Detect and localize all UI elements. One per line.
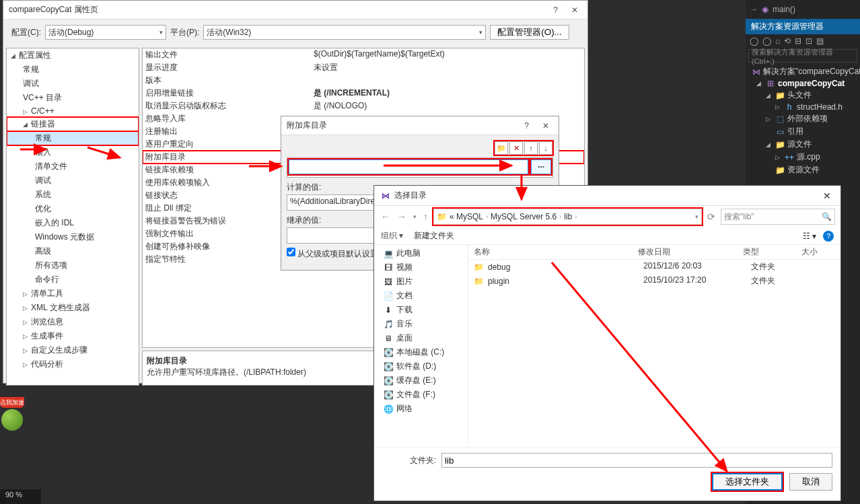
file-list[interactable]: 名称 修改日期 类型 大小 📁debug2015/12/6 20:03文件夹📁p… xyxy=(468,245,840,447)
nav-recent-icon[interactable]: ▾ xyxy=(412,213,418,220)
tree-linker[interactable]: ◢链接器 xyxy=(7,117,139,131)
delete-icon[interactable]: ✕ xyxy=(509,141,523,155)
refresh-icon[interactable]: ⟲ xyxy=(784,36,791,46)
tree-linker-optim[interactable]: 优化 xyxy=(7,202,139,216)
col-type[interactable]: 类型 xyxy=(743,246,801,258)
config-label: 配置(C): xyxy=(11,27,41,38)
collapse-icon[interactable]: ⊟ xyxy=(795,36,801,46)
col-name[interactable]: 名称 xyxy=(468,246,638,258)
nav-up-icon[interactable]: ↑ xyxy=(422,211,429,222)
file-row[interactable]: 📁plugin2015/10/23 17:20文件夹 xyxy=(468,274,840,288)
help-icon[interactable]: ? xyxy=(549,4,562,16)
select-folder-dialog: ⋈ 选择目录 ✕ ← → ▾ ↑ 📁 « MySQL› MySQL Server… xyxy=(373,185,841,501)
close-icon[interactable]: ✕ xyxy=(538,120,553,132)
breadcrumb[interactable]: 📁 « MySQL› MySQL Server 5.6› lib› ▾ xyxy=(433,209,702,225)
tree-root[interactable]: ◢配置属性 xyxy=(7,48,139,63)
solution-search[interactable]: 搜索解决方案资源管理器(Ctrl+;) xyxy=(748,49,857,63)
h-file-icon: h xyxy=(785,102,794,112)
tree-xml[interactable]: ▷XML 文档生成器 xyxy=(7,301,139,315)
tree-debug[interactable]: 调试 xyxy=(7,77,139,91)
tree-linker-system[interactable]: 系统 xyxy=(7,188,139,202)
place-item[interactable]: 🌐网络 xyxy=(374,402,468,416)
config-manager-button[interactable]: 配置管理器(O)... xyxy=(490,25,569,40)
place-item[interactable]: ⬇下载 xyxy=(374,303,468,317)
cancel-button[interactable]: 取消 xyxy=(789,473,832,491)
move-down-icon[interactable]: ↓ xyxy=(539,141,552,155)
tree-manifest-tool[interactable]: ▷清单工具 xyxy=(7,287,139,301)
place-item[interactable]: 📄文档 xyxy=(374,289,468,303)
tree-browse[interactable]: ▷浏览信息 xyxy=(7,315,139,329)
place-item[interactable]: 💽软件盘 (D:) xyxy=(374,359,468,373)
tree-linker-cmd[interactable]: 命令行 xyxy=(7,273,139,287)
place-icon: 🎞 xyxy=(384,263,393,273)
folder-icon: 📁 xyxy=(474,262,484,272)
grid-row[interactable]: 显示进度未设置 xyxy=(143,61,584,74)
tree-linker-all[interactable]: 所有选项 xyxy=(7,258,139,273)
zoom-level[interactable]: 90 % xyxy=(5,491,22,499)
folder-icon: 📁 xyxy=(775,140,785,149)
fwd-icon[interactable]: ◯ xyxy=(762,36,771,46)
tree-ccpp[interactable]: ▷C/C++ xyxy=(7,105,139,117)
new-folder-button[interactable]: 新建文件夹 xyxy=(414,230,454,242)
place-item[interactable]: 💽本地磁盘 (C:) xyxy=(374,345,468,359)
folder-field[interactable] xyxy=(441,453,832,468)
select-folder-button[interactable]: 选择文件夹 xyxy=(712,473,783,491)
tree-linker-general[interactable]: 常规 xyxy=(7,131,139,145)
place-icon: 🌐 xyxy=(384,404,393,414)
move-up-icon[interactable]: ↑ xyxy=(524,141,538,155)
nav-back-icon[interactable]: ← xyxy=(380,211,392,222)
tree-linker-adv[interactable]: 高级 xyxy=(7,244,139,258)
browse-button[interactable]: ... xyxy=(531,159,551,174)
file-row[interactable]: 📁debug2015/12/6 20:03文件夹 xyxy=(468,260,840,274)
search-input[interactable]: 搜索"lib"🔍 xyxy=(721,209,835,225)
place-item[interactable]: 🖼图片 xyxy=(374,275,468,289)
organize-dropdown[interactable]: 组织 ▾ xyxy=(381,230,403,242)
place-item[interactable]: 💽缓存盘 (E:) xyxy=(374,373,468,388)
folder-field-label: 文件夹: xyxy=(382,455,436,466)
props-icon[interactable]: ▤ xyxy=(816,36,824,46)
tree-linker-manifest[interactable]: 清单文件 xyxy=(7,159,139,174)
show-icon[interactable]: ⊡ xyxy=(805,36,812,46)
nav-fwd-icon[interactable]: → xyxy=(396,211,408,222)
places-list[interactable]: 💻此电脑🎞视频🖼图片📄文档⬇下载🎵音乐🖥桌面💽本地磁盘 (C:)💽软件盘 (D:… xyxy=(374,245,468,447)
libdir-edit[interactable] xyxy=(289,159,528,174)
close-icon[interactable]: ✕ xyxy=(819,190,835,201)
grid-row[interactable]: 取消显示启动版权标志是 (/NOLOGO) xyxy=(143,100,584,112)
refresh-icon[interactable]: ⟳ xyxy=(706,211,717,222)
libdir-list[interactable]: ... xyxy=(287,157,553,178)
col-date[interactable]: 修改日期 xyxy=(638,246,742,258)
help-icon[interactable]: ? xyxy=(823,231,834,242)
grid-row[interactable]: 启用增量链接是 (/INCREMENTAL) xyxy=(143,87,584,100)
grid-row[interactable]: 版本 xyxy=(143,74,584,87)
tree-linker-winmd[interactable]: Windows 元数据 xyxy=(7,230,139,244)
tree-code-analysis[interactable]: ▷代码分析 xyxy=(7,357,139,371)
place-item[interactable]: 💽文件盘 (F:) xyxy=(374,388,468,402)
back-icon[interactable]: ◯ xyxy=(750,36,758,46)
tree-linker-debug[interactable]: 调试 xyxy=(7,174,139,188)
new-folder-icon[interactable]: 📁 xyxy=(495,141,508,155)
close-icon[interactable]: ✕ xyxy=(567,4,582,16)
tree-general[interactable]: 常规 xyxy=(7,63,139,77)
help-icon[interactable]: ? xyxy=(520,120,533,132)
place-item[interactable]: 🎵音乐 xyxy=(374,317,468,331)
solution-tree[interactable]: ⋈解决方案"compareCopyCat" ◢⊞compareCopyCat ◢… xyxy=(746,64,860,178)
place-item[interactable]: 🎞视频 xyxy=(374,260,468,275)
folder-icon: 📁 xyxy=(775,91,785,100)
place-item[interactable]: 🖥桌面 xyxy=(374,331,468,345)
place-item[interactable]: 💻此电脑 xyxy=(374,246,468,260)
tree-linker-idl[interactable]: 嵌入的 IDL xyxy=(7,216,139,230)
config-combo[interactable]: 活动(Debug)▾ xyxy=(45,25,166,40)
grid-row[interactable]: 输出文件$(OutDir)$(TargetName)$(TargetExt) xyxy=(143,48,584,61)
home-icon[interactable]: ⌂ xyxy=(775,36,780,46)
properties-tree[interactable]: ◢配置属性 常规 调试 VC++ 目录 ▷C/C++ ◢链接器 常规 输入 清单… xyxy=(6,48,139,386)
tree-custom-build[interactable]: ▷自定义生成步骤 xyxy=(7,343,139,357)
view-icon[interactable]: ☷ ▾ xyxy=(803,231,816,241)
col-size[interactable]: 大小 xyxy=(801,246,840,258)
platform-combo[interactable]: 活动(Win32)▾ xyxy=(203,25,486,40)
inherit-checkbox[interactable] xyxy=(287,248,295,256)
tree-vcdirs[interactable]: VC++ 目录 xyxy=(7,91,139,105)
tree-build-events[interactable]: ▷生成事件 xyxy=(7,329,139,343)
place-icon: 💻 xyxy=(384,249,393,258)
titlebar: compareCopyCat 属性页 ? ✕ xyxy=(3,1,587,20)
tree-linker-input[interactable]: 输入 xyxy=(7,145,139,159)
